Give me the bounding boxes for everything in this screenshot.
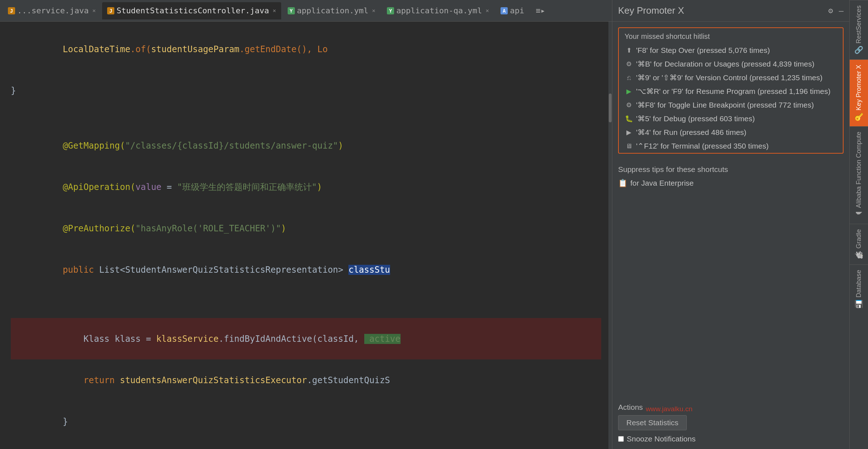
code-line: LocalDateTime.of(studentUsageParam.getEn… [11, 29, 601, 70]
sidebar-item-alibaba[interactable]: ☁ Alibaba Function Compute [850, 126, 868, 224]
tab-bar: J ...service.java × J StudentStatisticsC… [0, 0, 612, 22]
tab-menu[interactable]: ≡▸ [531, 2, 551, 19]
code-line: @PreAuthorize("hasAnyRole('ROLE_TEACHER'… [11, 208, 601, 249]
step-over-icon: ⬆ [625, 46, 633, 54]
snooze-row: Snooze Notifications [618, 435, 844, 443]
shortcut-text: '⌘B' for Declaration or Usages (pressed … [636, 60, 814, 68]
tab-service-java[interactable]: J ...service.java × [3, 2, 101, 19]
version-control-icon: ⎌ [625, 74, 633, 82]
code-line [11, 70, 601, 84]
java-enterprise-icon: 📋 [618, 179, 627, 187]
gradle-icon: 🐘 [855, 251, 863, 259]
sidebar-item-database[interactable]: 💾 Database [850, 264, 868, 313]
run-icon: ▶ [625, 128, 633, 136]
code-line: } [11, 443, 601, 449]
tab-student-statistics[interactable]: J StudentStatisticsController.java × [102, 2, 281, 19]
shortcut-item-6: 🐛 '⌘5' for Debug (pressed 603 times) [619, 112, 843, 126]
panel-header: Key Promoter X ⚙ — [612, 0, 849, 22]
code-line: public List<StudentAnswerQuizStatisticsR… [11, 249, 601, 291]
suppress-item-java: 📋 for Java Enterprise [618, 177, 844, 189]
panel-header-icons: ⚙ — [828, 6, 844, 15]
code-line: @GetMapping("/classes/{classId}/students… [11, 125, 601, 167]
code-line: return studentsAnswerQuizStatisticsExecu… [11, 359, 601, 401]
shortcut-text: '⌘4' for Run (pressed 486 times) [636, 128, 746, 137]
shortcut-item-4: ▶ '⌥⌘R' or 'F9' for Resume Program (pres… [619, 85, 843, 98]
declaration-icon: ⚙ [625, 60, 633, 68]
tab-label: ≡▸ [536, 6, 545, 15]
terminal-icon: 🖥 [625, 142, 633, 150]
scrollbar-track[interactable] [608, 22, 612, 449]
minimize-icon[interactable]: — [839, 6, 844, 15]
snooze-checkbox[interactable] [618, 436, 624, 442]
close-icon[interactable]: × [273, 7, 276, 14]
shortcut-item-3: ⎌ '⌘9' or '⇧⌘9' for Version Control (pre… [619, 71, 843, 85]
shortcut-text: '⌘5' for Debug (pressed 603 times) [636, 114, 755, 123]
tab-application-yml[interactable]: Y application.yml × [283, 2, 380, 19]
shortcut-text: '⌥⌘R' or 'F9' for Resume Program (presse… [636, 87, 831, 96]
sidebar-label: Database [855, 270, 863, 298]
rest-services-icon: 🔗 [855, 46, 863, 54]
code-line-breakpoint: Klass klass = klassService.findByIdAndAc… [11, 318, 601, 359]
debug-icon: 🐛 [625, 115, 633, 123]
code-line [11, 98, 601, 112]
java-icon: J [107, 7, 114, 14]
yml-icon: Y [387, 7, 394, 14]
sidebar-label: Key Promoter X [855, 65, 863, 110]
toggle-breakpoint-icon: ⚙ [625, 101, 633, 109]
tab-label: StudentStatisticsController.java [117, 6, 269, 15]
sidebar-item-key-promoter[interactable]: 🔑 Key Promoter X [850, 59, 868, 126]
hitlist-section: Your missed shortcut hitlist ⬆ 'F8' for … [618, 27, 844, 154]
shortcut-item-7: ▶ '⌘4' for Run (pressed 486 times) [619, 126, 843, 139]
shortcut-item-2: ⚙ '⌘B' for Declaration or Usages (presse… [619, 57, 843, 71]
close-icon[interactable]: × [372, 7, 376, 14]
database-icon: 💾 [855, 300, 863, 308]
settings-icon[interactable]: ⚙ [828, 6, 833, 15]
close-icon[interactable]: × [92, 7, 96, 14]
code-line: } [11, 401, 601, 443]
shortcut-text: 'F8' for Step Over (pressed 5,076 times) [636, 46, 770, 55]
tab-label: application.yml [297, 6, 369, 15]
code-line [11, 304, 601, 318]
tab-label: ...service.java [17, 6, 89, 15]
yml-icon: Y [288, 7, 295, 14]
watermark-text: www.javalku.cn [646, 405, 693, 413]
shortcut-item-1: ⬆ 'F8' for Step Over (pressed 5,076 time… [619, 44, 843, 57]
java-icon: J [8, 7, 15, 14]
code-line [11, 291, 601, 304]
suppress-text: for Java Enterprise [630, 179, 694, 187]
sidebar-item-rest-services[interactable]: 🔗 RestServices [850, 0, 868, 59]
sidebar-label: Alibaba Function Compute [855, 132, 863, 208]
sidebar-label: RestServices [855, 5, 863, 44]
actions-label: Actions [618, 403, 643, 412]
shortcut-text: '⌘9' or '⇧⌘9' for Version Control (press… [636, 73, 822, 82]
key-promoter-icon: 🔑 [855, 113, 863, 121]
reset-statistics-button[interactable]: Reset Statistics [618, 415, 687, 430]
far-right-sidebar: 🔗 RestServices 🔑 Key Promoter X ☁ Alibab… [849, 0, 868, 449]
actions-section: Actions www.javalku.cn Reset Statistics … [612, 397, 849, 449]
snooze-label: Snooze Notifications [627, 435, 695, 443]
resume-icon: ▶ [625, 87, 633, 95]
shortcut-text: '⌘F8' for Toggle Line Breakpoint (presse… [636, 101, 814, 109]
key-promoter-panel: Key Promoter X ⚙ — Your missed shortcut … [612, 0, 849, 449]
panel-title: Key Promoter X [618, 5, 684, 16]
scrollbar-thumb[interactable] [609, 94, 612, 122]
code-line: } [11, 84, 601, 97]
suppress-section: Suppress tips for these shortcuts 📋 for … [612, 159, 849, 195]
sidebar-item-gradle[interactable]: 🐘 Gradle [850, 224, 868, 264]
tab-api[interactable]: A api [495, 2, 529, 19]
shortcut-text: '⌃F12' for Terminal (pressed 350 times) [636, 142, 769, 150]
editor-area: J ...service.java × J StudentStatisticsC… [0, 0, 612, 449]
code-line: @ApiOperation(value = "班级学生的答题时间和正确率统计") [11, 167, 601, 208]
tab-label: application-qa.yml [396, 6, 482, 15]
api-icon: A [501, 7, 508, 14]
code-line [11, 112, 601, 125]
shortcut-item-8: 🖥 '⌃F12' for Terminal (pressed 350 times… [619, 139, 843, 153]
shortcut-item-5: ⚙ '⌘F8' for Toggle Line Breakpoint (pres… [619, 98, 843, 112]
suppress-label: Suppress tips for these shortcuts [618, 165, 844, 174]
code-editor[interactable]: LocalDateTime.of(studentUsageParam.getEn… [0, 22, 612, 449]
hitlist-label: Your missed shortcut hitlist [619, 28, 843, 44]
tab-label: api [510, 6, 524, 15]
close-icon[interactable]: × [486, 7, 489, 14]
tab-application-qa-yml[interactable]: Y application-qa.yml × [382, 2, 494, 19]
sidebar-label: Gradle [855, 229, 863, 249]
